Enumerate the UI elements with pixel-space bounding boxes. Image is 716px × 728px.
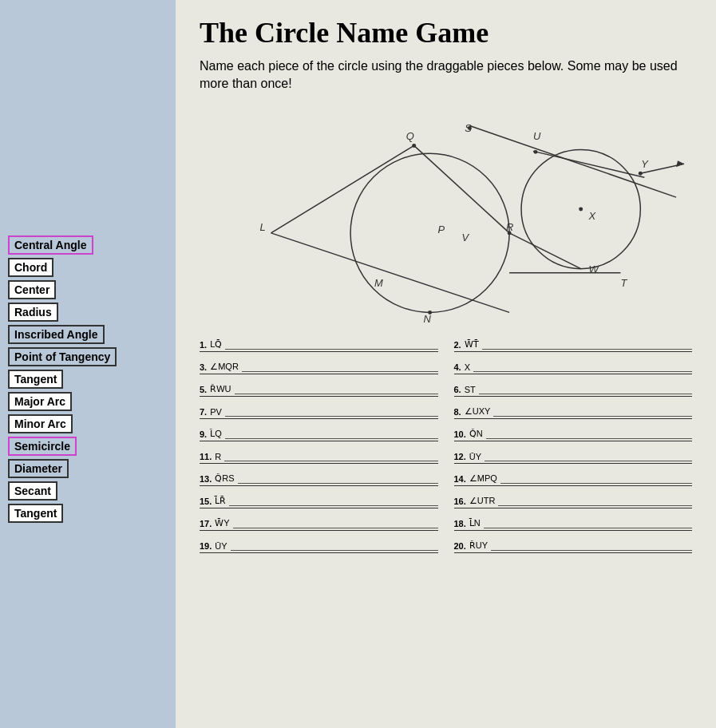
question-num: 11.	[200, 452, 212, 461]
svg-text:U: U	[533, 130, 541, 142]
label-tangent[interactable]: Tangent	[8, 370, 63, 389]
question-num: 19.	[200, 541, 212, 551]
question-label: Q̂N	[469, 429, 483, 439]
question-num: 2.	[454, 340, 461, 350]
label-inscribed-angle[interactable]: Inscribed Angle	[8, 325, 105, 344]
question-item: 17. W̄Y	[200, 512, 438, 531]
svg-text:W: W	[589, 263, 600, 275]
question-num: 8.	[454, 407, 461, 417]
answer-line[interactable]	[225, 404, 438, 417]
question-num: 10.	[454, 429, 466, 439]
question-item: 5. R̂WU	[200, 378, 438, 397]
answer-line[interactable]	[224, 449, 437, 461]
answer-line[interactable]	[498, 493, 692, 506]
question-num: 9.	[200, 429, 207, 439]
question-label: ∠MQR	[210, 362, 239, 372]
question-label: ŪY	[215, 541, 227, 551]
question-item: 7. PV	[200, 400, 438, 419]
svg-line-2	[271, 233, 510, 313]
label-diameter[interactable]: Diameter	[8, 459, 69, 478]
answer-line[interactable]	[225, 337, 437, 350]
question-label: Q̂RS	[215, 473, 234, 484]
label-tangent2[interactable]: Tangent	[8, 504, 63, 523]
svg-point-29	[533, 150, 537, 154]
diagram-area: Q L M N P R T W S U Y X V	[200, 101, 692, 325]
svg-text:V: V	[461, 231, 469, 243]
answer-line[interactable]	[486, 426, 692, 439]
answer-line[interactable]	[484, 516, 692, 528]
question-item: 18. L̄N	[454, 512, 693, 531]
question-num: 6.	[454, 385, 461, 394]
answer-line[interactable]	[238, 471, 438, 484]
question-num: 1.	[200, 340, 207, 350]
label-point-of-tangency[interactable]: Point of Tangency	[8, 347, 117, 366]
answer-line[interactable]	[482, 337, 692, 350]
answer-line[interactable]	[491, 538, 692, 551]
answer-line[interactable]	[231, 538, 438, 551]
label-minor-arc[interactable]: Minor Arc	[8, 414, 73, 433]
question-label: ∠MPQ	[469, 473, 497, 484]
question-item: 4. X	[454, 355, 693, 374]
label-secant[interactable]: Secant	[8, 481, 57, 500]
svg-text:Y: Y	[641, 158, 649, 170]
question-label: X	[465, 362, 470, 372]
svg-text:P: P	[438, 224, 445, 235]
question-label: LQ̄	[210, 339, 222, 350]
answer-line[interactable]	[479, 382, 692, 394]
question-item: 14. ∠MPQ	[454, 467, 693, 486]
question-label: L̂Q	[210, 429, 222, 439]
answer-line[interactable]	[500, 471, 692, 484]
svg-point-25	[508, 231, 512, 235]
page-title: The Circle Name Game	[200, 16, 692, 49]
answer-line[interactable]	[235, 382, 438, 394]
question-item: 11. R	[200, 445, 438, 464]
question-label: W̄T̄	[465, 339, 479, 350]
question-num: 14.	[454, 474, 466, 484]
svg-text:T: T	[620, 276, 627, 288]
label-semicircle[interactable]: Semicircle	[8, 437, 77, 456]
question-label: PV	[210, 407, 222, 417]
question-num: 18.	[454, 519, 466, 528]
answer-line[interactable]	[233, 516, 438, 528]
label-radius[interactable]: Radius	[8, 303, 58, 322]
question-label: R	[215, 452, 221, 461]
svg-point-26	[428, 311, 432, 315]
question-item: 20. R̂UY	[454, 534, 693, 553]
question-num: 4.	[454, 362, 461, 372]
answer-line[interactable]	[493, 404, 692, 417]
question-label: ∠UXY	[465, 406, 491, 417]
circle-diagram: Q L M N P R T W S U Y X V	[200, 101, 692, 325]
question-item: 9. L̂Q	[200, 422, 438, 441]
main-content: The Circle Name Game Name each piece of …	[176, 0, 716, 728]
question-num: 7.	[200, 407, 207, 417]
label-center[interactable]: Center	[8, 280, 56, 299]
answer-line[interactable]	[473, 359, 692, 372]
answer-line[interactable]	[485, 449, 692, 461]
svg-point-28	[468, 126, 472, 130]
question-label: W̄Y	[215, 518, 229, 528]
question-item: 10. Q̂N	[454, 422, 693, 441]
question-item: 15. L̄R̄	[200, 489, 438, 508]
question-num: 5.	[200, 385, 207, 394]
svg-text:M: M	[374, 276, 383, 288]
question-num: 20.	[454, 541, 466, 551]
svg-line-7	[509, 233, 581, 269]
question-item: 8. ∠UXY	[454, 400, 693, 419]
svg-text:L: L	[260, 221, 266, 233]
svg-line-6	[533, 151, 644, 177]
question-label: ŪY	[469, 452, 481, 461]
question-num: 17.	[200, 519, 212, 528]
question-label: ST	[465, 385, 476, 394]
svg-text:N: N	[424, 313, 432, 325]
label-central-angle[interactable]: Central Angle	[8, 235, 93, 255]
question-num: 12.	[454, 452, 466, 461]
instructions: Name each piece of the circle using the …	[200, 57, 692, 93]
label-major-arc[interactable]: Major Arc	[8, 392, 72, 411]
label-chord[interactable]: Chord	[8, 258, 53, 277]
answer-line[interactable]	[229, 493, 437, 506]
svg-marker-10	[676, 160, 684, 167]
questions-grid: 1. LQ̄ 2. W̄T̄ 3. ∠MQR 4. X 5. R̂WU 6. S…	[200, 333, 692, 553]
answer-line[interactable]	[242, 359, 438, 372]
question-num: 16.	[454, 497, 466, 506]
answer-line[interactable]	[225, 426, 438, 439]
